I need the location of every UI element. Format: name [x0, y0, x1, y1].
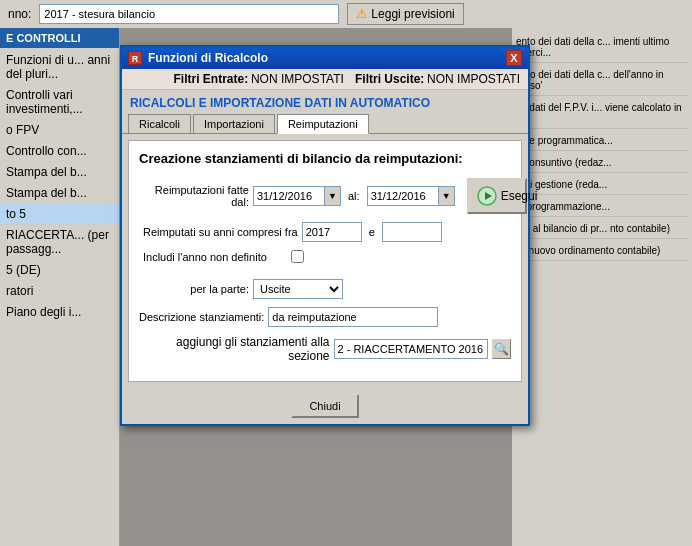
chiudi-button[interactable]: Chiudi: [291, 394, 358, 418]
sidebar-section: E CONTROLLI: [0, 28, 119, 48]
parte-label: per la parte:: [139, 283, 249, 295]
date-row: Reimputazioni fatte dal: ▼ al: ▼ Esegui: [139, 178, 511, 214]
filters-entrate-label: Filtri Entrate:: [174, 72, 249, 86]
parte-select[interactable]: Uscite Entrate: [253, 279, 343, 299]
descrizione-row: Descrizione stanziamenti:: [139, 307, 511, 327]
tab-ricalcoli[interactable]: Ricalcoli: [128, 114, 191, 133]
modal-titlebar: R Funzioni di Ricalcolo X: [122, 47, 528, 69]
modal-header-text: RICALCOLI E IMPORTAZIONE DATI IN AUTOMAT…: [130, 96, 520, 110]
sidebar-item-10[interactable]: Piano degli i...: [0, 302, 119, 323]
filters-uscite-value: NON IMPOSTATI: [427, 72, 520, 86]
right-panel-item-0: ento dei dati della c... imenti ultimo e…: [516, 36, 688, 63]
descrizione-input[interactable]: [268, 307, 438, 327]
sidebar-item-5[interactable]: Stampa del b...: [0, 183, 119, 204]
sezione-row: aggiungi gli stanziamenti alla sezione 🔍: [139, 335, 511, 363]
date-to-group: ▼: [367, 186, 455, 206]
date-from-input[interactable]: [253, 186, 325, 206]
execute-icon: [477, 184, 497, 208]
modal-footer: Chiudi: [122, 388, 528, 424]
content-title: Creazione stanziamenti di bilancio da re…: [139, 151, 511, 166]
right-panel-item-4: o consuntivo (redaz...: [516, 157, 688, 173]
sezione-label: aggiungi gli stanziamenti alla sezione: [139, 335, 330, 363]
modal-title: Funzioni di Ricalcolo: [148, 51, 268, 65]
descrizione-label: Descrizione stanziamenti:: [139, 311, 264, 323]
execute-button[interactable]: Esegui: [467, 178, 527, 214]
anni-row: Reimputati su anni compresi fra e: [139, 222, 511, 242]
date-to-input[interactable]: [367, 186, 439, 206]
includi-checkbox[interactable]: [291, 250, 304, 263]
right-panel-item-6: di programmazione...: [516, 201, 688, 217]
sidebar-item-8[interactable]: 5 (DE): [0, 260, 119, 281]
includi-row: Includi l'anno non definito: [139, 250, 511, 263]
modal-close-button[interactable]: X: [506, 50, 522, 66]
sezione-input[interactable]: [334, 339, 488, 359]
tab-reimputazioni[interactable]: Reimputazioni: [277, 114, 369, 134]
parte-row: per la parte: Uscite Entrate: [139, 279, 511, 299]
right-panel-item-7: ato al bilancio di pr... nto contabile): [516, 223, 688, 239]
reimputati-label: Reimputati su anni compresi fra: [139, 226, 298, 238]
modal-dialog: R Funzioni di Ricalcolo X Filtri Entrate…: [120, 45, 530, 426]
year-input[interactable]: [39, 4, 339, 24]
sidebar-item-0[interactable]: Funzioni di u... anni del pluri...: [0, 50, 119, 85]
filters-entrate-value: NON IMPOSTATI: [251, 72, 344, 86]
right-panel-item-8: P (nuovo ordinamento contabile): [516, 245, 688, 261]
year-label: nno:: [8, 7, 31, 21]
search-icon: 🔍: [494, 342, 509, 356]
year-to-input[interactable]: [382, 222, 442, 242]
warning-icon: ⚠: [356, 7, 367, 21]
e-label: e: [366, 226, 378, 238]
date-from-arrow[interactable]: ▼: [325, 186, 341, 206]
sidebar-item-6[interactable]: to 5: [0, 204, 119, 225]
modal-content: Creazione stanziamenti di bilancio da re…: [128, 140, 522, 382]
year-from-input[interactable]: [302, 222, 362, 242]
includi-label: Includi l'anno non definito: [139, 251, 287, 263]
right-panel-item-3: nale programmatica...: [516, 135, 688, 151]
date-to-arrow[interactable]: ▼: [439, 186, 455, 206]
right-panel-item-2: e i dati del F.P.V. i... viene calcolato…: [516, 102, 688, 129]
right-panel: ento dei dati della c... imenti ultimo e…: [512, 28, 692, 546]
reimputazioni-label: Reimputazioni fatte dal:: [139, 184, 249, 208]
sidebar-item-3[interactable]: Controllo con...: [0, 141, 119, 162]
filters-uscite-label: Filtri Uscite:: [355, 72, 424, 86]
sidebar-item-7[interactable]: RIACCERTA... (per passagg...: [0, 225, 119, 260]
modal-icon: R: [128, 51, 142, 65]
tab-importazioni[interactable]: Importazioni: [193, 114, 275, 133]
sidebar-item-9[interactable]: ratori: [0, 281, 119, 302]
right-panel-item-5: o di gestione (reda...: [516, 179, 688, 195]
leggi-previsioni-button[interactable]: ⚠ Leggi previsioni: [347, 3, 463, 25]
sidebar: E CONTROLLI Funzioni di u... anni del pl…: [0, 28, 120, 546]
top-bar: nno: ⚠ Leggi previsioni: [0, 0, 692, 28]
filters-bar: Filtri Entrate: NON IMPOSTATI Filtri Usc…: [122, 69, 528, 90]
right-panel-item-1: ento dei dati della c... dell'anno in co…: [516, 69, 688, 96]
date-from-group: ▼: [253, 186, 341, 206]
sidebar-item-1[interactable]: Controlli vari investimenti,...: [0, 85, 119, 120]
sezione-search-button[interactable]: 🔍: [492, 339, 511, 359]
sidebar-item-2[interactable]: o FPV: [0, 120, 119, 141]
al-label: al:: [345, 190, 363, 202]
tab-bar: Ricalcoli Importazioni Reimputazioni: [122, 110, 528, 134]
sidebar-item-4[interactable]: Stampa del b...: [0, 162, 119, 183]
